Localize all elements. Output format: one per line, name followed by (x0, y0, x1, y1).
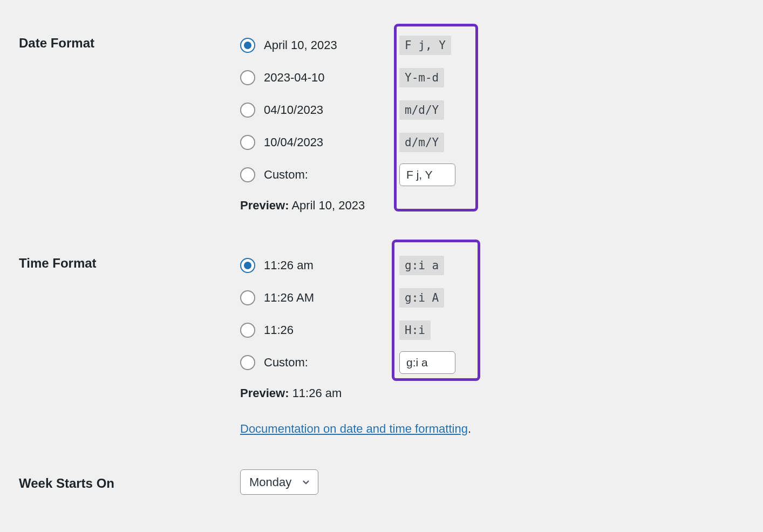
settings-table: Date Format April 10, 2023 F j, Y (19, 22, 744, 506)
time-format-heading: Time Format (19, 242, 240, 447)
time-radio-0[interactable] (240, 258, 255, 273)
date-option-label: 10/04/2023 (264, 135, 323, 149)
date-radio-2[interactable] (240, 103, 255, 118)
date-option-code: F j, Y (399, 36, 451, 55)
time-radio-1[interactable] (240, 290, 255, 305)
date-preview-value: April 10, 2023 (291, 199, 365, 212)
time-option-1[interactable]: 11:26 AM (240, 290, 399, 305)
date-format-options: April 10, 2023 F j, Y 2023-04-10 Y-m-d (240, 29, 744, 213)
time-radio-custom[interactable] (240, 355, 255, 370)
date-custom-label: Custom: (264, 168, 308, 182)
date-option-2[interactable]: 04/10/2023 (240, 103, 399, 118)
date-preview: Preview: April 10, 2023 (240, 199, 744, 213)
time-option-code: g:i a (399, 256, 444, 275)
date-radio-1[interactable] (240, 70, 255, 85)
doc-link-trailing: . (468, 422, 471, 435)
time-option-row: 11:26 AM g:i A (240, 282, 744, 314)
date-option-0[interactable]: April 10, 2023 (240, 38, 399, 53)
time-preview-label: Preview: (240, 386, 289, 400)
time-option-row: 11:26 H:i (240, 314, 744, 346)
date-option-row: April 10, 2023 F j, Y (240, 29, 744, 62)
date-option-3[interactable]: 10/04/2023 (240, 135, 399, 150)
time-format-options: 11:26 am g:i a 11:26 AM g:i A (240, 249, 744, 436)
date-option-row: 10/04/2023 d/m/Y (240, 126, 744, 159)
time-option-label: 11:26 (264, 323, 294, 337)
date-radio-0[interactable] (240, 38, 255, 53)
time-option-0[interactable]: 11:26 am (240, 258, 399, 273)
time-option-custom[interactable]: Custom: (240, 355, 399, 370)
time-option-code: H:i (399, 320, 431, 340)
date-option-label: 2023-04-10 (264, 71, 325, 85)
date-option-row: 04/10/2023 m/d/Y (240, 94, 744, 126)
time-radio-2[interactable] (240, 323, 255, 338)
time-option-2[interactable]: 11:26 (240, 323, 399, 338)
time-custom-row: Custom: (240, 346, 744, 379)
date-option-code: m/d/Y (399, 100, 444, 120)
time-option-label: 11:26 am (264, 258, 314, 272)
time-option-label: 11:26 AM (264, 291, 314, 305)
date-format-heading: Date Format (19, 22, 240, 223)
date-option-label: April 10, 2023 (264, 38, 337, 52)
date-option-row: 2023-04-10 Y-m-d (240, 62, 744, 94)
date-radio-3[interactable] (240, 135, 255, 150)
date-option-custom[interactable]: Custom: (240, 167, 399, 182)
date-option-code: d/m/Y (399, 133, 444, 152)
date-option-label: 04/10/2023 (264, 103, 323, 117)
week-starts-heading: Week Starts On (19, 465, 240, 506)
doc-link-line: Documentation on date and time formattin… (240, 422, 744, 436)
time-custom-label: Custom: (264, 356, 308, 370)
date-preview-label: Preview: (240, 199, 289, 212)
date-radio-custom[interactable] (240, 167, 255, 182)
time-preview-value: 11:26 am (292, 386, 342, 400)
doc-link[interactable]: Documentation on date and time formattin… (240, 422, 468, 435)
date-option-1[interactable]: 2023-04-10 (240, 70, 399, 85)
date-custom-row: Custom: (240, 159, 744, 191)
date-custom-input[interactable] (399, 163, 455, 186)
time-custom-input[interactable] (399, 351, 455, 374)
time-option-row: 11:26 am g:i a (240, 249, 744, 282)
week-starts-select[interactable]: Monday (240, 469, 318, 495)
time-option-code: g:i A (399, 288, 444, 308)
date-option-code: Y-m-d (399, 68, 444, 87)
week-starts-select-wrap[interactable]: Monday (240, 469, 318, 495)
time-preview: Preview: 11:26 am (240, 386, 744, 400)
